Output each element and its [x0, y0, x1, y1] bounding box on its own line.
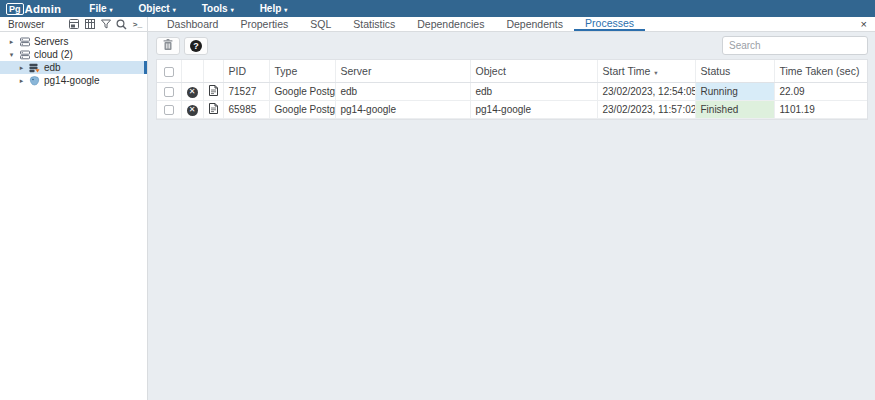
column-header-time-taken[interactable]: Time Taken (sec): [774, 60, 867, 83]
column-header-pid[interactable]: PID: [223, 60, 269, 83]
chevron-right-icon[interactable]: ▸: [8, 38, 15, 46]
column-header-start-time[interactable]: Start Time▾: [597, 60, 695, 83]
tree-item-edb[interactable]: ▸ edb: [0, 61, 147, 74]
server-group-icon: [19, 49, 30, 60]
cell-server: pg14-google: [335, 101, 470, 119]
logo-pg-badge: Pg: [6, 3, 24, 15]
pgadmin-logo: Pg Admin: [6, 3, 61, 15]
browser-tree: ▸ Servers ▾ cloud (2) ▸ edb ▸ pg14-googl…: [0, 32, 148, 400]
save-layout-icon[interactable]: [68, 19, 79, 30]
cell-time-taken: 22.09: [774, 83, 867, 101]
tab-properties[interactable]: Properties: [229, 17, 299, 31]
column-header-server[interactable]: Server: [335, 60, 470, 83]
cell-start-time: 23/02/2023, 11:57:02: [597, 101, 695, 119]
chevron-right-icon[interactable]: ▸: [18, 64, 25, 72]
tree-item-label: Servers: [34, 36, 68, 47]
cell-server: edb: [335, 83, 470, 101]
table-header-row: PID Type Server Object Start Time▾ Statu…: [157, 60, 867, 83]
menu-tools-label: Tools: [202, 3, 228, 14]
search-input[interactable]: [722, 36, 868, 55]
grid-view-icon[interactable]: [84, 19, 95, 30]
stop-process-icon[interactable]: ✕: [187, 87, 198, 98]
logo-admin-text: Admin: [25, 3, 62, 15]
menu-object[interactable]: Object ▾: [139, 3, 176, 14]
close-icon[interactable]: ×: [861, 17, 867, 31]
process-details-icon[interactable]: [209, 85, 218, 96]
processes-table: PID Type Server Object Start Time▾ Statu…: [156, 59, 868, 120]
table-row: ✕ 65985 Google PostgreSQL pg14-google pg…: [157, 101, 867, 119]
cell-status-finished: Finished: [695, 101, 774, 119]
cell-start-time: 23/02/2023, 12:54:05: [597, 83, 695, 101]
row-checkbox[interactable]: [164, 105, 174, 115]
search-icon[interactable]: [116, 19, 127, 30]
menu-object-label: Object: [139, 3, 170, 14]
column-header-status[interactable]: Status: [695, 60, 774, 83]
select-all-checkbox[interactable]: [164, 67, 174, 77]
stop-column-header: [181, 60, 203, 83]
chevron-down-icon: ▾: [173, 6, 176, 13]
column-header-type[interactable]: Type: [269, 60, 335, 83]
tree-item-cloud[interactable]: ▾ cloud (2): [0, 48, 147, 61]
stop-process-icon[interactable]: ✕: [187, 105, 198, 116]
tree-item-label: edb: [44, 62, 61, 73]
tab-statistics[interactable]: Statistics: [342, 17, 406, 31]
tree-item-pg14-google[interactable]: ▸ pg14-google: [0, 74, 147, 87]
tree-item-label: cloud (2): [34, 49, 73, 60]
chevron-down-icon: ▾: [110, 6, 113, 13]
chevron-right-icon[interactable]: ▸: [18, 77, 25, 85]
tab-sql[interactable]: SQL: [299, 17, 342, 31]
processes-panel: ? PID Type Server Object: [148, 32, 875, 400]
query-tool-icon[interactable]: >_: [132, 19, 143, 30]
cell-object: edb: [470, 83, 597, 101]
trash-icon: [163, 37, 173, 55]
cell-type: Google PostgreSQL: [269, 101, 335, 119]
filter-icon[interactable]: [100, 19, 111, 30]
chevron-down-icon: ▾: [231, 6, 234, 13]
chevron-down-icon[interactable]: ▾: [8, 51, 15, 59]
sort-descending-icon: ▾: [654, 69, 657, 76]
cell-status-running: Running: [695, 83, 774, 101]
tab-dependents[interactable]: Dependents: [495, 17, 574, 31]
edb-server-icon: [29, 62, 40, 73]
tree-item-label: pg14-google: [44, 75, 100, 86]
menu-help-label: Help: [260, 3, 282, 14]
details-column-header: [203, 60, 223, 83]
menu-tools[interactable]: Tools ▾: [202, 3, 234, 14]
tab-dependencies[interactable]: Dependencies: [406, 17, 495, 31]
tree-item-servers[interactable]: ▸ Servers: [0, 35, 147, 48]
process-details-icon[interactable]: [209, 103, 218, 114]
processes-toolbar: ?: [148, 32, 875, 59]
delete-process-button[interactable]: [156, 37, 180, 55]
cell-time-taken: 1101.19: [774, 101, 867, 119]
menu-file-label: File: [89, 3, 106, 14]
column-header-object[interactable]: Object: [470, 60, 597, 83]
tab-dashboard[interactable]: Dashboard: [156, 17, 229, 31]
app-menubar: Pg Admin File ▾ Object ▾ Tools ▾ Help ▾: [0, 0, 875, 17]
server-group-icon: [19, 36, 30, 47]
tab-processes[interactable]: Processes: [574, 17, 645, 31]
browser-panel-title: Browser: [8, 19, 68, 30]
cell-pid: 65985: [223, 101, 269, 119]
help-button[interactable]: ?: [184, 37, 208, 55]
cell-object: pg14-google: [470, 101, 597, 119]
chevron-down-icon: ▾: [284, 6, 287, 13]
header-strip: Browser >_ Dashboard Properties SQL Stat…: [0, 17, 875, 32]
cell-type: Google PostgreSQL: [269, 83, 335, 101]
cell-pid: 71527: [223, 83, 269, 101]
menu-help[interactable]: Help ▾: [260, 3, 288, 14]
postgres-server-icon: [29, 75, 40, 86]
table-row: ✕ 71527 Google PostgreSQL edb edb 23/02/…: [157, 83, 867, 101]
help-icon: ?: [190, 40, 202, 52]
tab-bar: Dashboard Properties SQL Statistics Depe…: [148, 17, 875, 31]
browser-panel-header: Browser >_: [0, 17, 148, 31]
selection-indicator: [144, 61, 147, 74]
menu-file[interactable]: File ▾: [89, 3, 112, 14]
row-checkbox[interactable]: [164, 87, 174, 97]
